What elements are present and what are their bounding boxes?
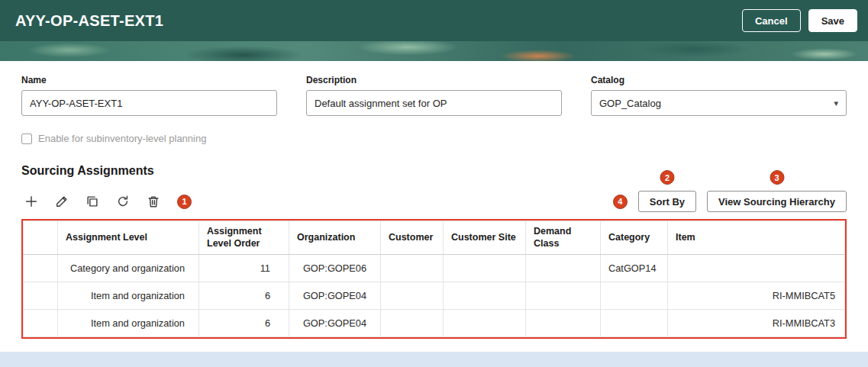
subinventory-checkbox-label: Enable for subinventory-level planning [38, 133, 206, 144]
table-body: Category and organization11GOP:GOPE06Cat… [24, 255, 845, 337]
page-card: AYY-OP-ASET-EXT1 Cancel Save Name Descri… [0, 0, 868, 352]
table-cell: GOP:GOPE04 [289, 282, 381, 310]
form-row: Name Description Catalog GOP_Catalog ▾ [21, 75, 847, 116]
column-header[interactable]: Customer [381, 221, 444, 255]
description-input[interactable] [306, 90, 562, 116]
annotation-badge-1: 1 [177, 195, 192, 209]
table-cell [526, 310, 601, 337]
table-cell [381, 255, 444, 282]
section-title: Sourcing Assignments [21, 164, 847, 178]
table-cell [601, 310, 668, 337]
annotation-badge-4: 4 [613, 195, 628, 209]
refresh-icon [116, 195, 130, 208]
column-header[interactable]: Demand Class [526, 221, 601, 255]
subinventory-checkbox-row: Enable for subinventory-level planning [21, 133, 847, 144]
table-cell: 6 [199, 310, 289, 337]
table-cell [526, 282, 601, 310]
catalog-field: Catalog GOP_Catalog ▾ [591, 75, 847, 116]
toolbar-right: 4 2 Sort By 3 View Sourcing Hierarchy [613, 191, 847, 212]
name-field: Name [21, 75, 277, 116]
table-header-row: Assignment LevelAssignment Level OrderOr… [24, 221, 845, 255]
sort-by-stack: 2 Sort By [638, 191, 696, 212]
table-cell: Item and organization [58, 310, 199, 337]
column-header[interactable]: Customer Site [444, 221, 526, 255]
table-cell: GOP:GOPE06 [289, 255, 381, 282]
view-hierarchy-stack: 3 View Sourcing Hierarchy [707, 191, 847, 212]
save-button[interactable]: Save [808, 9, 857, 32]
subinventory-checkbox[interactable] [21, 134, 32, 144]
table-cell [381, 310, 444, 337]
column-header[interactable] [24, 221, 58, 255]
table-cell [24, 282, 58, 310]
name-label: Name [21, 75, 277, 85]
name-input[interactable] [21, 90, 277, 116]
duplicate-button[interactable] [84, 193, 101, 210]
catalog-label: Catalog [591, 75, 847, 85]
edit-button[interactable] [53, 193, 70, 210]
column-header[interactable]: Organization [289, 221, 381, 255]
table-cell [444, 255, 526, 282]
column-header[interactable]: Assignment Level Order [199, 221, 289, 255]
column-header[interactable]: Assignment Level [58, 221, 199, 255]
page-title: AYY-OP-ASET-EXT1 [15, 12, 163, 30]
decorative-banner [0, 41, 868, 61]
catalog-selected-value: GOP_Catalog [599, 98, 661, 109]
table-cell: Item and organization [58, 282, 199, 310]
table-cell [444, 282, 526, 310]
table-cell [526, 255, 601, 282]
table-cell: RI-MMIBCAT3 [668, 310, 845, 337]
view-sourcing-hierarchy-button[interactable]: View Sourcing Hierarchy [707, 191, 847, 212]
table-cell [601, 282, 668, 310]
app-header: AYY-OP-ASET-EXT1 Cancel Save [0, 0, 868, 41]
table-cell: 11 [199, 255, 289, 282]
table-cell [24, 310, 58, 337]
table-cell: CatGOP14 [601, 255, 668, 282]
table-cell [24, 255, 58, 282]
table-cell: RI-MMIBCAT5 [668, 282, 845, 310]
table-row[interactable]: Item and organization6GOP:GOPE04RI-MMIBC… [24, 310, 845, 337]
table-cell [381, 282, 444, 310]
cancel-button[interactable]: Cancel [742, 9, 801, 32]
table-row[interactable]: Category and organization11GOP:GOPE06Cat… [24, 255, 845, 282]
description-label: Description [306, 75, 562, 85]
annotation-badge-3: 3 [770, 170, 784, 185]
sourcing-assignments-table: Assignment LevelAssignment Level OrderOr… [23, 221, 845, 337]
add-row-button[interactable] [23, 193, 40, 210]
table-cell [668, 255, 845, 282]
duplicate-icon [86, 195, 99, 208]
annotation-badge-2: 2 [660, 170, 674, 185]
table-cell: GOP:GOPE04 [289, 310, 381, 337]
sort-by-button[interactable]: Sort By [638, 191, 696, 212]
main-content: Name Description Catalog GOP_Catalog ▾ E… [0, 61, 868, 339]
annotation-highlight: Assignment LevelAssignment Level OrderOr… [21, 219, 847, 339]
table-cell: Category and organization [58, 255, 199, 282]
description-field: Description [306, 75, 562, 116]
table-toolbar: 1 4 2 Sort By 3 View Sourcing Hierarchy [21, 190, 847, 213]
delete-button[interactable] [145, 193, 162, 210]
refresh-button[interactable] [115, 193, 131, 210]
edit-icon [55, 195, 69, 208]
chevron-down-icon: ▾ [834, 98, 838, 108]
catalog-select[interactable]: GOP_Catalog ▾ [591, 90, 847, 116]
table-row[interactable]: Item and organization6GOP:GOPE04RI-MMIBC… [24, 282, 845, 310]
delete-icon [147, 195, 160, 208]
column-header[interactable]: Item [668, 221, 845, 255]
header-actions: Cancel Save [742, 9, 857, 32]
add-icon [24, 195, 38, 208]
toolbar-left: 1 [21, 193, 192, 210]
table-cell: 6 [199, 282, 289, 310]
table-cell [444, 310, 526, 337]
column-header[interactable]: Category [601, 221, 668, 255]
